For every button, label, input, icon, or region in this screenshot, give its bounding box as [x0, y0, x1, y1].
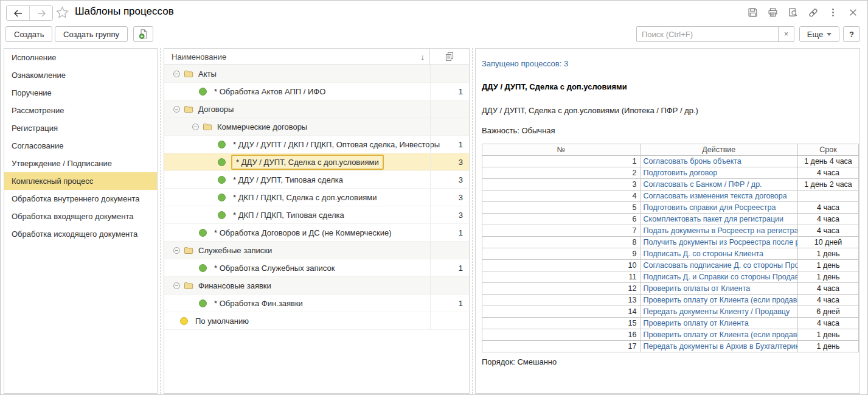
sidebar-item[interactable]: Ознакомление — [4, 66, 157, 84]
action-link[interactable]: Подготовить договор — [640, 167, 798, 179]
create-button[interactable]: Создать — [5, 26, 52, 42]
action-link[interactable]: Согласовать изменения текста договора — [640, 191, 798, 202]
action-link[interactable]: Передать документы в Архив в Бухгалтерию — [640, 341, 798, 352]
action-link[interactable]: Проверить оплаты от Клиента — [640, 283, 798, 295]
sidebar-item[interactable]: Комплексный процесс — [4, 172, 157, 190]
tree-group-row[interactable]: Финансовые заявки — [164, 277, 469, 295]
sidebar-item[interactable]: Обработка входящего документа — [4, 208, 157, 225]
chevron-down-icon — [827, 33, 832, 36]
sidebar-item[interactable]: Поручение — [4, 84, 157, 102]
launched-processes-link[interactable]: Запущено процессов: 3 — [482, 59, 859, 68]
tree-row-label: * ДКП / ПДКП, Типовая сделка — [231, 210, 346, 220]
sidebar-item[interactable]: Согласование — [4, 137, 157, 155]
action-link[interactable]: Проверить оплату от Клиента (если продав… — [640, 329, 798, 341]
favorite-star-icon[interactable] — [55, 5, 69, 19]
action-link[interactable]: Передать документы Клиенту / Продавцу — [640, 306, 798, 318]
tree-group-row[interactable]: Акты — [164, 65, 469, 83]
copy-document-icon — [138, 29, 149, 40]
page-title: Шаблоны процессов — [75, 5, 174, 18]
importance-label: Важность: Обычная — [482, 126, 859, 135]
tree-item-row[interactable]: * Обработка Договоров и ДС (не Коммерчес… — [164, 224, 469, 242]
actions-table-body: 1Согласовать бронь объекта1 день 4 часа2… — [482, 156, 859, 352]
collapse-icon[interactable] — [173, 282, 180, 289]
copy-item-button[interactable] — [133, 26, 153, 42]
action-link[interactable]: Проверить оплату от Клиента (если продав… — [640, 295, 798, 306]
action-link[interactable]: Проверить оплату от Клиента — [640, 318, 798, 329]
tree-row-label: По умолчанию — [193, 316, 251, 326]
action-row: 2Подготовить договор4 часа — [482, 167, 859, 179]
tree-item-row[interactable]: * ДКП / ПДКП, Типовая сделка3 — [164, 206, 469, 224]
action-term: 4 часа — [798, 167, 859, 179]
sidebar-item[interactable]: Исполнение — [4, 49, 157, 66]
tree-item-row[interactable]: * ДКП / ПДКП, Сделка с доп.условиями3 — [164, 189, 469, 206]
collapse-icon[interactable] — [192, 124, 199, 130]
splitter-left[interactable] — [160, 48, 161, 394]
save-icon[interactable] — [747, 7, 759, 18]
action-link[interactable]: Скомплектовать пакет для регистрации — [640, 214, 798, 225]
template-subtitle: ДДУ / ДУПТ, Сделка с доп.условиями (Ипот… — [482, 106, 859, 115]
copies-count: 1 — [430, 136, 469, 153]
action-number: 5 — [482, 202, 641, 214]
copies-count: 1 — [430, 83, 469, 100]
tree-row-label: * Обработка Служебных записок — [212, 263, 336, 273]
sidebar-item[interactable]: Обработка внутреннего документа — [4, 190, 157, 208]
tree-item-row[interactable]: * ДДУ / ДУПТ, Типовая сделка3 — [164, 171, 469, 189]
action-term: 6 дней — [798, 306, 859, 318]
tree-item-row[interactable]: По умолчанию — [164, 312, 469, 330]
action-number: 17 — [482, 341, 641, 352]
collapse-icon[interactable] — [173, 247, 180, 254]
help-button[interactable]: ? — [843, 26, 860, 42]
sidebar-item[interactable]: Регистрация — [4, 119, 157, 137]
action-link[interactable]: Подать документы в Росреестр на регистра… — [640, 225, 798, 237]
collapse-icon[interactable] — [173, 71, 180, 77]
search-input[interactable] — [637, 27, 778, 41]
tree-group-row[interactable]: Служебные записки — [164, 242, 469, 259]
action-link[interactable]: Согласовать с Банком / ПФР / др. — [640, 179, 798, 191]
search-clear-button[interactable]: × — [778, 27, 794, 41]
forward-button[interactable] — [29, 6, 52, 20]
copies-count — [430, 100, 469, 117]
action-term: 1 день — [798, 341, 859, 352]
more-menu-icon[interactable] — [827, 7, 839, 18]
action-link[interactable]: Подготовить справки для Росреестра — [640, 202, 798, 214]
action-link[interactable]: Подписать Д. и Справки со стороны Продав… — [640, 271, 798, 283]
tree-header[interactable]: Наименование ↓ — [164, 49, 469, 65]
action-term: 4 часа — [798, 283, 859, 295]
sort-descending-icon: ↓ — [421, 52, 425, 61]
tree-item-row[interactable]: * ДДУ / ДУПТ, Сделка с доп.условиями3 — [164, 153, 469, 171]
action-link[interactable]: Подписать Д. со стороны Клиента — [640, 248, 798, 260]
action-link[interactable]: Получить документы из Росреестра после р… — [640, 237, 798, 248]
sidebar-item[interactable]: Рассмотрение — [4, 102, 157, 119]
tree-item-row[interactable]: * Обработка Актов АПП / ИФО1 — [164, 83, 469, 100]
sidebar-item[interactable]: Утверждение / Подписание — [4, 155, 157, 172]
action-row: 14Передать документы Клиенту / Продавцу6… — [482, 306, 859, 318]
action-number: 3 — [482, 179, 641, 191]
link-icon[interactable] — [807, 7, 819, 18]
action-link[interactable]: Согласовать подписание Д. со стороны Про… — [640, 260, 798, 271]
tree-group-row[interactable]: Коммерческие договоры — [164, 118, 469, 136]
templates-tree-panel: Наименование ↓ Акты* Обработка Актов АПП… — [164, 48, 470, 394]
splitter-right[interactable] — [472, 48, 473, 394]
tree-item-row[interactable]: * Обработка Служебных записок1 — [164, 259, 469, 277]
back-button[interactable] — [7, 6, 29, 20]
action-term — [798, 191, 859, 202]
print-icon[interactable] — [767, 7, 779, 18]
copies-count: 3 — [430, 189, 469, 206]
action-link[interactable]: Согласовать бронь объекта — [640, 156, 798, 167]
tree-item-row[interactable]: * Обработка Фин.заявки1 — [164, 295, 469, 312]
action-number: 15 — [482, 318, 641, 329]
tree-group-row[interactable]: Договоры — [164, 100, 469, 118]
tree-row-label: * Обработка Актов АПП / ИФО — [212, 86, 327, 97]
tree-item-row[interactable]: * ДДУ / ДУПТ / ДКП / ПДКП, Оптовая сделк… — [164, 136, 469, 153]
copies-column-header[interactable] — [429, 49, 469, 65]
action-row: 11Подписать Д. и Справки со стороны Прод… — [482, 271, 859, 283]
create-group-button[interactable]: Создать группу — [55, 26, 128, 42]
sidebar-item[interactable]: Обработка исходящего документа — [4, 225, 157, 243]
more-button[interactable]: Еще — [799, 26, 839, 42]
action-number: 1 — [482, 156, 641, 167]
preview-search-icon[interactable] — [787, 7, 799, 18]
action-row: 5Подготовить справки для Росреестра4 час… — [482, 202, 859, 214]
close-icon[interactable] — [847, 7, 859, 18]
collapse-icon[interactable] — [173, 106, 180, 113]
action-number: 12 — [482, 283, 641, 295]
